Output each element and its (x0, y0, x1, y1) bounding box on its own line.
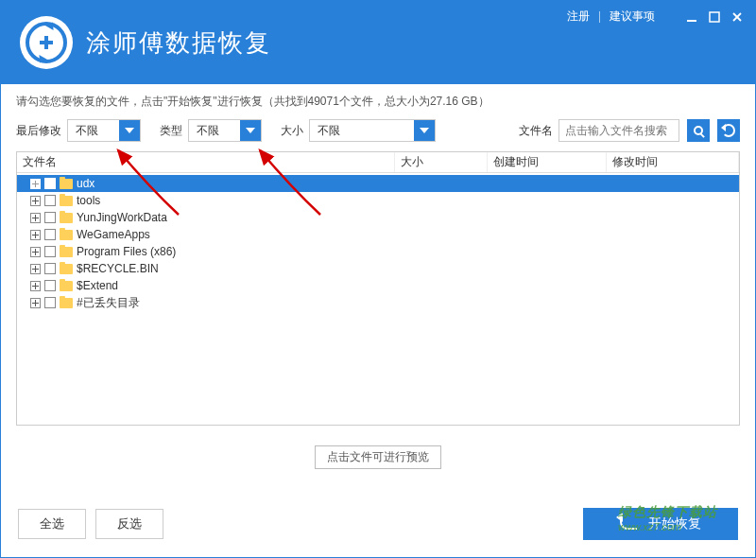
preview-hint: 点击文件可进行预览 (315, 445, 441, 469)
expand-icon[interactable] (30, 196, 41, 206)
expand-icon[interactable] (30, 264, 41, 274)
row-label: YunJingWorkData (77, 211, 167, 224)
svg-rect-0 (687, 20, 696, 22)
folder-icon (60, 213, 73, 223)
invert-selection-button[interactable]: 反选 (95, 509, 163, 539)
table-row[interactable]: YunJingWorkData (17, 209, 739, 226)
last-modified-label: 最后修改 (16, 123, 61, 139)
folder-icon (60, 298, 73, 308)
size-label: 大小 (281, 123, 303, 139)
file-tree[interactable]: udxtoolsYunJingWorkDataWeGameAppsProgram… (17, 173, 739, 313)
file-list-pane: 文件名 大小 创建时间 修改时间 udxtoolsYunJingWorkData… (16, 151, 740, 426)
refresh-button[interactable] (717, 119, 740, 142)
col-size[interactable]: 大小 (395, 152, 488, 172)
row-checkbox[interactable] (44, 297, 56, 308)
folder-icon (60, 196, 73, 206)
row-checkbox[interactable] (44, 280, 56, 291)
bottom-bar: 全选 反选 开始恢复 (1, 508, 755, 540)
row-checkbox[interactable] (44, 178, 56, 189)
folder-icon (60, 264, 73, 274)
table-row[interactable]: #已丢失目录 (17, 294, 739, 311)
row-label: $Extend (77, 279, 118, 292)
row-checkbox[interactable] (44, 229, 56, 240)
expand-icon[interactable] (30, 298, 41, 308)
row-checkbox[interactable] (44, 195, 56, 206)
search-icon (694, 126, 703, 135)
svg-rect-1 (710, 12, 719, 22)
expand-icon[interactable] (30, 281, 41, 291)
expand-icon[interactable] (30, 247, 41, 257)
col-ctime[interactable]: 创建时间 (488, 152, 607, 172)
chevron-down-icon[interactable] (119, 120, 140, 141)
search-input[interactable] (558, 119, 679, 142)
size-select[interactable]: 不限 (309, 119, 436, 142)
app-logo (20, 16, 73, 69)
suggestions-link[interactable]: 建议事项 (610, 9, 655, 25)
start-recovery-button[interactable]: 开始恢复 (583, 508, 738, 540)
select-all-button[interactable]: 全选 (18, 509, 86, 539)
row-label: WeGameApps (77, 228, 150, 241)
row-label: Program Files (x86) (77, 245, 176, 258)
filter-row: 最后修改 不限 类型 不限 大小 不限 文件名 (16, 119, 740, 142)
expand-icon[interactable] (30, 213, 41, 223)
separator (599, 11, 600, 23)
row-label: tools (77, 194, 100, 207)
close-button[interactable] (730, 10, 744, 24)
col-filename[interactable]: 文件名 (17, 152, 395, 172)
titlebar: 注册 建议事项 涂师傅数据恢复 (1, 1, 755, 84)
folder-icon (60, 230, 73, 240)
instruction-text: 请勾选您要恢复的文件，点击"开始恢复"进行恢复（共找到49071个文件，总大小为… (16, 94, 740, 110)
table-row[interactable]: udx (17, 175, 739, 192)
row-checkbox[interactable] (44, 263, 56, 274)
folder-icon (60, 281, 73, 291)
folder-icon (60, 179, 73, 189)
maximize-button[interactable] (708, 10, 721, 24)
search-button[interactable] (687, 119, 710, 142)
row-label: #已丢失目录 (77, 295, 140, 311)
table-row[interactable]: $RECYCLE.BIN (17, 260, 739, 277)
row-checkbox[interactable] (44, 212, 56, 223)
table-row[interactable]: $Extend (17, 277, 739, 294)
type-select[interactable]: 不限 (188, 119, 262, 142)
filename-label: 文件名 (519, 123, 553, 139)
type-label: 类型 (160, 123, 182, 139)
undo-icon (620, 518, 637, 530)
last-modified-select[interactable]: 不限 (67, 119, 141, 142)
chevron-down-icon[interactable] (414, 120, 435, 141)
app-title: 涂师傅数据恢复 (86, 26, 271, 60)
register-link[interactable]: 注册 (567, 9, 590, 25)
table-row[interactable]: WeGameApps (17, 226, 739, 243)
file-list-header: 文件名 大小 创建时间 修改时间 (17, 152, 739, 173)
table-row[interactable]: Program Files (x86) (17, 243, 739, 260)
minimize-button[interactable] (685, 10, 698, 24)
row-checkbox[interactable] (44, 246, 56, 257)
expand-icon[interactable] (30, 230, 41, 240)
chevron-down-icon[interactable] (240, 120, 261, 141)
expand-icon[interactable] (30, 179, 41, 189)
row-label: udx (77, 177, 94, 190)
col-mtime[interactable]: 修改时间 (607, 152, 739, 172)
table-row[interactable]: tools (17, 192, 739, 209)
row-label: $RECYCLE.BIN (77, 262, 159, 275)
folder-icon (60, 247, 73, 257)
refresh-icon (722, 124, 735, 137)
